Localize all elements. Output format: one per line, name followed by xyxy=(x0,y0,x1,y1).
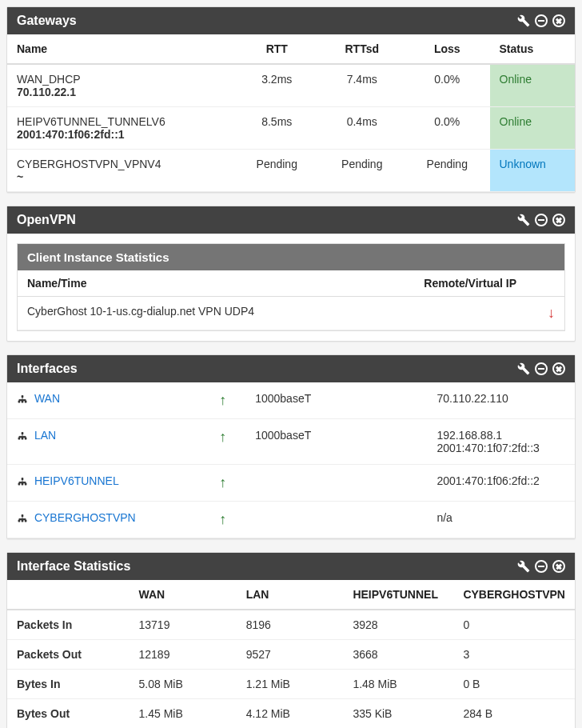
svg-rect-13 xyxy=(18,520,20,522)
gateway-loss: 0.0% xyxy=(405,64,490,107)
stats-value: 3 xyxy=(453,640,575,670)
interface-link-type xyxy=(245,502,427,538)
svg-rect-7 xyxy=(25,438,26,439)
svg-rect-6 xyxy=(22,438,23,439)
gateways-title: Gateways xyxy=(17,14,77,28)
minimize-icon[interactable] xyxy=(535,362,548,375)
gateways-header: Gateways xyxy=(7,7,575,34)
gateway-name: CYBERGHOSTVPN_VPNV4 xyxy=(17,158,225,170)
interface-link[interactable]: HEIPV6TUNNEL xyxy=(34,474,119,487)
interface-row: HEIPV6TUNNEL ↑ 2001:470:1f06:2fd::2 xyxy=(7,465,575,502)
minimize-icon[interactable] xyxy=(535,14,548,27)
sitemap-icon xyxy=(17,477,28,486)
close-icon[interactable] xyxy=(552,560,565,573)
wrench-icon[interactable] xyxy=(517,362,530,375)
gateway-ip: 70.110.22.1 xyxy=(17,86,225,98)
interface-link[interactable]: LAN xyxy=(34,429,56,442)
stats-value: 9527 xyxy=(237,640,344,670)
gateway-row: CYBERGHOSTVPN_VPNV4~ Pending Pending Pen… xyxy=(7,150,575,192)
stats-value: 4.12 MiB xyxy=(237,699,344,729)
stats-value: 335 KiB xyxy=(343,699,453,729)
stats-table: WANLANHEIPV6TUNNELCYBERGHOSTVPN Packets … xyxy=(7,580,575,728)
interface-row: CYBERGHOSTVPN ↑ n/a xyxy=(7,502,575,538)
sitemap-icon xyxy=(17,514,28,523)
interface-link[interactable]: CYBERGHOSTVPN xyxy=(34,511,136,524)
svg-rect-9 xyxy=(18,483,20,485)
interfaces-table: WAN ↑ 1000baseT 70.110.22.110 LAN ↑ 1000… xyxy=(7,382,575,538)
stats-row: Bytes Out1.45 MiB4.12 MiB335 KiB284 B xyxy=(7,699,575,729)
stats-panel: Interface Statistics WANLANHEIPV6TUNNELC… xyxy=(6,552,576,728)
panel-actions xyxy=(517,560,565,573)
stats-row: Bytes In5.08 MiB1.21 MiB1.48 MiB0 B xyxy=(7,670,575,699)
openvpn-subtitle: Client Instance Statistics xyxy=(18,244,564,270)
close-icon[interactable] xyxy=(552,214,565,226)
svg-rect-11 xyxy=(25,483,26,485)
wrench-icon[interactable] xyxy=(517,14,530,27)
svg-rect-5 xyxy=(18,438,20,439)
interfaces-title: Interfaces xyxy=(17,362,78,376)
stats-label: Bytes Out xyxy=(7,699,130,729)
openvpn-panel: OpenVPN Client Instance Statistics Name/… xyxy=(6,206,576,342)
stats-value: 3668 xyxy=(343,640,453,670)
minimize-icon[interactable] xyxy=(535,560,548,573)
interface-addr: 70.110.22.110 xyxy=(436,392,565,405)
svg-rect-10 xyxy=(22,483,23,485)
interface-link-type xyxy=(245,465,427,502)
close-icon[interactable] xyxy=(552,362,565,375)
wrench-icon[interactable] xyxy=(517,560,530,573)
gateway-row: WAN_DHCP70.110.22.1 3.2ms 7.4ms 0.0% Onl… xyxy=(7,64,575,107)
gateway-rtt: 8.5ms xyxy=(234,107,320,150)
up-arrow-icon: ↑ xyxy=(219,511,226,527)
interface-addr: 192.168.88.1 xyxy=(436,429,565,442)
stats-label: Packets Out xyxy=(7,640,130,670)
interface-link[interactable]: WAN xyxy=(34,392,60,405)
gateway-rttsd: Pending xyxy=(320,150,405,192)
stats-label: Bytes In xyxy=(7,670,130,699)
col-status: Status xyxy=(490,34,576,64)
openvpn-name: CyberGhost 10-1-us.cg-dialup.net VPN UDP… xyxy=(18,297,357,330)
sitemap-icon xyxy=(17,394,28,404)
interface-addr: 2001:470:1f06:2fd::2 xyxy=(436,474,565,487)
stats-value: 5.08 MiB xyxy=(130,670,237,699)
openvpn-header: OpenVPN xyxy=(7,206,575,234)
stats-value: 13719 xyxy=(130,610,237,640)
stats-value: 12189 xyxy=(130,640,237,670)
ov-col-remote: Remote/Virtual IP xyxy=(357,270,564,297)
interface-row: WAN ↑ 1000baseT 70.110.22.110 xyxy=(7,382,575,419)
stats-col: CYBERGHOSTVPN xyxy=(453,580,575,610)
interfaces-header: Interfaces xyxy=(7,355,575,382)
gateway-loss: Pending xyxy=(405,150,490,192)
svg-rect-0 xyxy=(22,395,23,397)
interface-row: LAN ↑ 1000baseT 192.168.88.12001:470:1f0… xyxy=(7,419,575,465)
down-arrow-icon[interactable]: ↓ xyxy=(548,305,555,321)
svg-rect-3 xyxy=(25,401,26,402)
openvpn-title: OpenVPN xyxy=(17,213,76,227)
gateway-name: HEIPV6TUNNEL_TUNNELV6 xyxy=(17,115,225,128)
gateway-loss: 0.0% xyxy=(405,107,490,150)
interface-link-type: 1000baseT xyxy=(245,382,427,419)
svg-rect-14 xyxy=(22,520,23,522)
stats-value: 0 B xyxy=(453,670,575,699)
col-rtt: RTT xyxy=(234,34,320,64)
gateway-status: Online xyxy=(490,64,576,107)
close-icon[interactable] xyxy=(552,14,565,27)
gateway-status: Unknown xyxy=(490,150,576,192)
stats-value: 284 B xyxy=(453,699,575,729)
openvpn-inner: Client Instance Statistics Name/Time Rem… xyxy=(17,243,565,331)
gateways-table: Name RTT RTTsd Loss Status WAN_DHCP70.11… xyxy=(7,34,575,192)
interfaces-panel: Interfaces WAN ↑ 1000baseT 70.110.22.110… xyxy=(6,354,576,539)
stats-col: WAN xyxy=(130,580,237,610)
openvpn-body: Client Instance Statistics Name/Time Rem… xyxy=(7,234,575,341)
minimize-icon[interactable] xyxy=(535,214,548,226)
stats-value: 1.48 MiB xyxy=(343,670,453,699)
interface-addr: n/a xyxy=(436,511,565,524)
gateway-name: WAN_DHCP xyxy=(17,73,225,86)
stats-col xyxy=(7,580,130,610)
stats-col: LAN xyxy=(237,580,344,610)
wrench-icon[interactable] xyxy=(517,214,530,226)
gateway-rttsd: 7.4ms xyxy=(320,64,405,107)
stats-col: HEIPV6TUNNEL xyxy=(343,580,453,610)
up-arrow-icon: ↑ xyxy=(219,474,226,490)
gateway-rttsd: 0.4ms xyxy=(320,107,405,150)
panel-actions xyxy=(517,362,565,375)
